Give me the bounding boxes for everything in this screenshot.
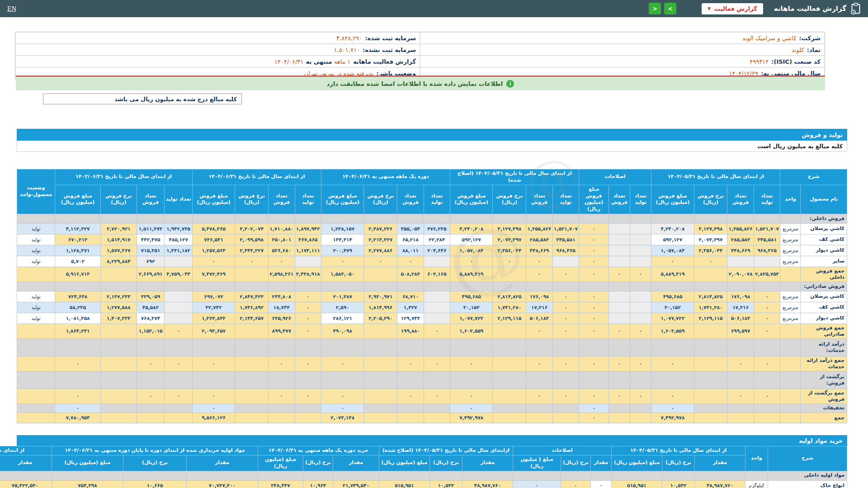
value-cell: ۰ <box>552 357 579 371</box>
value-cell <box>424 371 450 389</box>
product-name-cell: جمع برگشت از فروش <box>801 389 847 404</box>
value-cell <box>269 339 295 357</box>
info-value: کلوند <box>792 47 804 53</box>
unit-cell <box>780 324 801 339</box>
info-value: ۴۹۹۳۱۴ <box>750 58 769 65</box>
info-label: شرکت: <box>799 35 821 42</box>
value-cell <box>754 256 780 267</box>
value-cell <box>295 371 321 389</box>
value-cell: ۰ <box>165 324 193 339</box>
value-cell: ۰ <box>192 256 235 267</box>
value-cell <box>694 324 727 339</box>
value-cell <box>17 214 55 224</box>
value-cell: ۲,۰۷۳,۳۹۷ <box>493 235 526 245</box>
value-cell: ۰ <box>321 389 364 404</box>
value-cell <box>579 339 609 357</box>
value-cell <box>100 357 137 371</box>
value-cell <box>780 214 801 224</box>
value-cell: ۰ <box>754 389 780 404</box>
value-cell: ۱۹۹,۸۸۰ <box>397 324 424 339</box>
metric-header: نرخ فروش (ریال) <box>100 185 137 214</box>
value-cell: ۳۲,۷۴۲ <box>192 302 235 313</box>
metric-header: نرخ (ریال) <box>662 455 695 471</box>
signed-info-text: اطلاعات نمایش داده شده با اطلاعات امضا ش… <box>327 80 503 87</box>
value-cell: ۱,۰۵۷,۰۸۴ <box>450 245 493 256</box>
value-cell <box>450 339 493 357</box>
status-cell: تولید <box>17 302 55 313</box>
metric-header: تعداد تولید <box>295 185 321 214</box>
value-cell <box>780 339 801 357</box>
value-cell <box>727 339 754 357</box>
value-cell <box>754 282 780 291</box>
value-cell: ۲,۸۱۴,۸۲۵ <box>493 291 526 302</box>
value-cell <box>450 371 493 389</box>
value-cell <box>165 339 193 357</box>
value-cell: ۲۰۱,۳۸۷ <box>321 291 364 302</box>
value-cell <box>526 404 552 413</box>
value-cell <box>165 404 193 413</box>
value-cell <box>100 389 137 404</box>
value-cell: ۷۲۴,۶۴۸ <box>55 291 101 302</box>
value-cell <box>397 282 424 291</box>
value-cell: ۲۱,۷۴۹,۵۴۰ <box>333 480 379 488</box>
metric-header: نرخ (ریال) <box>429 455 462 471</box>
value-cell <box>513 471 561 480</box>
info-value: ۱ ماهه <box>334 58 350 65</box>
previous-report-button[interactable]: < <box>649 3 661 14</box>
period-group-header: دوره یک ماهه منتهی به ۱۴۰۴/۰۶/۳۱ <box>321 169 450 185</box>
metric-header: مبلغ فروش (میلیون ریال) <box>651 185 694 214</box>
value-cell <box>424 291 450 302</box>
value-cell: ۵,۸۸۹,۴۱۹ <box>651 267 694 282</box>
value-cell <box>552 339 579 357</box>
value-cell <box>100 371 137 389</box>
metric-header: تعداد تولید <box>754 185 780 214</box>
value-cell: ۲,۲۱۴,۳۲۷ <box>364 235 397 245</box>
value-cell: ۰ <box>269 357 295 371</box>
value-cell <box>424 282 450 291</box>
value-cell: ۰ <box>630 357 651 371</box>
group-label: فروش صادراتي: <box>801 282 847 291</box>
metric-header: تعداد فروش <box>137 185 165 214</box>
value-cell: ۱,۷۴۱,۲۸۰ <box>694 302 727 313</box>
value-cell: ۰ <box>651 389 694 404</box>
value-cell: ۶۸,۷۱۰ <box>397 291 424 302</box>
value-cell: ۰ <box>754 302 780 313</box>
value-cell: ۰ <box>269 256 295 267</box>
value-cell <box>630 224 651 235</box>
value-cell: ۳,۲۰۲,۰۷۴ <box>235 224 269 235</box>
value-cell: ۰ <box>727 357 754 371</box>
value-cell <box>754 404 780 413</box>
value-cell <box>552 256 579 267</box>
value-cell <box>364 389 397 404</box>
value-cell <box>630 245 651 256</box>
value-cell <box>579 214 609 224</box>
metric-header: تعداد تولید <box>630 185 651 214</box>
value-cell: ۰ <box>630 389 651 404</box>
value-cell: ۵,۴۷۸,۳۶۵ <box>192 224 235 235</box>
value-cell: ۰ <box>295 302 321 313</box>
value-cell: ۰ <box>137 389 165 404</box>
value-cell <box>493 389 526 404</box>
value-cell <box>397 214 424 224</box>
value-cell <box>123 471 186 480</box>
value-cell <box>727 413 754 423</box>
next-report-button[interactable]: > <box>664 3 676 14</box>
value-cell: ۱,۸۶۴,۲۴۱ <box>55 324 101 339</box>
value-cell <box>364 324 397 339</box>
product-name-cell: جمع فروش داخلی <box>801 267 847 282</box>
report-type-dropdown[interactable]: گزارش فعالیت ▼ <box>702 3 763 14</box>
value-cell: ۲,۹۳۰,۹۷۱ <box>364 291 397 302</box>
group-label: درآمد ارائه خدمات: <box>801 339 847 357</box>
value-cell: ۱,۲۷۷,۵۸۸ <box>100 302 137 313</box>
metric-header: تعداد فروش <box>609 185 630 214</box>
value-cell: ۲,۰۹۰,۰۷۸ <box>727 267 754 282</box>
metric-header: نرخ (ریال) <box>123 455 186 471</box>
value-cell: ۱,۰۸۱,۳۵۸ <box>55 313 101 324</box>
value-cell <box>192 282 235 291</box>
product-name-cell: جمع فروش صادراتی <box>801 324 847 339</box>
value-cell <box>694 413 727 423</box>
language-switch-en[interactable]: EN <box>7 5 16 13</box>
value-cell <box>609 302 630 313</box>
period-group-header: از ابتدای سال مالی تا تاریخ ۱۴۰۴/۰۵/۳۱ <box>612 446 745 455</box>
value-cell <box>694 389 727 404</box>
